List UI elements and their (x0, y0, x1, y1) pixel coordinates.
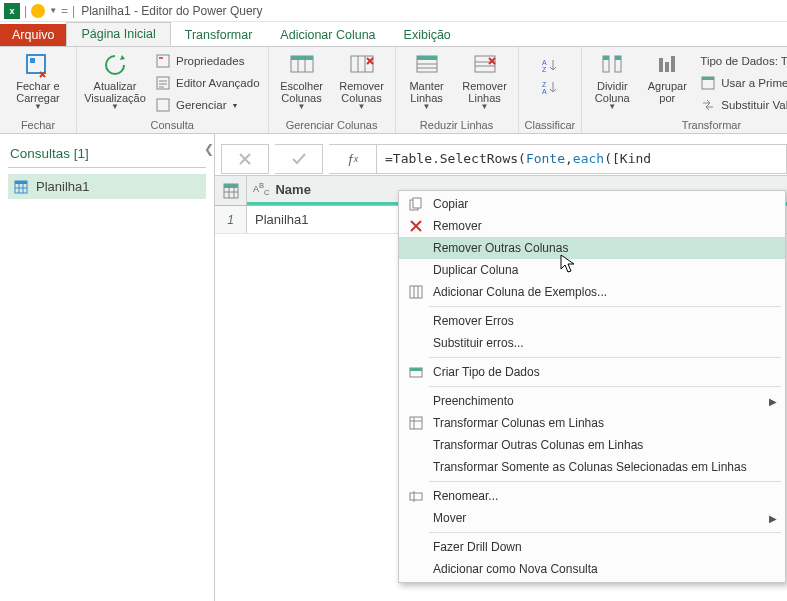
accept-formula-button[interactable] (275, 144, 323, 174)
query-item-label: Planilha1 (36, 179, 90, 194)
svg-rect-20 (659, 58, 663, 72)
svg-rect-24 (702, 77, 714, 80)
svg-rect-11 (475, 56, 495, 72)
svg-rect-31 (410, 286, 422, 298)
cancel-formula-button[interactable] (221, 144, 269, 174)
remove-columns-icon (347, 51, 377, 79)
menu-unpivot-selected-columns[interactable]: Transformar Somente as Colunas Seleciona… (399, 456, 785, 478)
menu-rename[interactable]: Renomear... (399, 485, 785, 507)
first-row-header-button[interactable]: Usar a Primeira Linha (698, 73, 787, 93)
queries-title: Consultas [1] (8, 144, 206, 168)
menu-drill-down[interactable]: Fazer Drill Down (399, 536, 785, 558)
svg-text:Z: Z (542, 81, 547, 88)
sort-desc-button[interactable]: ZA (540, 77, 560, 97)
svg-text:A: A (542, 88, 547, 94)
manage-button[interactable]: Gerenciar ▼ (153, 95, 262, 115)
keep-rows-button[interactable]: Manter Linhas ▼ (402, 49, 452, 110)
svg-rect-1 (30, 58, 35, 63)
advanced-editor-button[interactable]: Editor Avançado (153, 73, 262, 93)
chevron-down-icon: ▼ (298, 105, 306, 110)
svg-rect-10 (417, 56, 437, 60)
remove-rows-button[interactable]: Remover Linhas ▼ (458, 49, 512, 110)
menu-copy[interactable]: Copiar (399, 193, 785, 215)
formula-input[interactable]: = Table.SelectRows ( Fonte , each ([Kind (377, 144, 787, 174)
svg-text:A: A (542, 59, 547, 66)
sort-asc-icon: AZ (542, 57, 558, 73)
menu-unpivot-other-columns[interactable]: Transformar Outras Colunas em Linhas (399, 434, 785, 456)
replace-values-button[interactable]: Substituir Valores (698, 95, 787, 115)
group-reduce-rows: Manter Linhas ▼ Remover Linhas ▼ Reduzir… (396, 47, 519, 133)
menu-add-as-new-query[interactable]: Adicionar como Nova Consulta (399, 558, 785, 580)
query-item[interactable]: Planilha1 (8, 174, 206, 199)
refresh-icon (100, 51, 130, 79)
tab-view[interactable]: Exibição (390, 24, 465, 46)
menu-duplicate-column[interactable]: Duplicar Coluna (399, 259, 785, 281)
close-and-load-button[interactable]: Fechar e Carregar ▼ (6, 49, 70, 110)
menu-replace-errors[interactable]: Substituir erros... (399, 332, 785, 354)
manage-icon (155, 97, 171, 113)
menu-add-column-from-examples[interactable]: Adicionar Coluna de Exemplos... (399, 281, 785, 303)
properties-button[interactable]: Propriedades (153, 51, 262, 71)
collapse-pane-icon[interactable]: ❮ (202, 140, 216, 158)
choose-columns-button[interactable]: Escolher Colunas ▼ (275, 49, 329, 110)
close-load-icon (23, 51, 53, 79)
fx-icon[interactable]: ƒx (329, 144, 377, 174)
remove-columns-button[interactable]: Remover Colunas ▼ (335, 49, 389, 110)
menu-create-data-type[interactable]: Criar Tipo de Dados (399, 361, 785, 383)
split-column-button[interactable]: Dividir Coluna ▼ (588, 49, 636, 110)
properties-icon (155, 53, 171, 69)
svg-rect-30 (413, 198, 421, 208)
group-sort: AZ ZA Classificar (519, 47, 583, 133)
excel-icon: x (4, 3, 20, 19)
chevron-down-icon: ▼ (111, 105, 119, 110)
menu-move[interactable]: Mover▶ (399, 507, 785, 529)
svg-text:Z: Z (542, 66, 547, 72)
svg-rect-35 (410, 493, 422, 500)
editor-icon (155, 75, 171, 91)
chevron-down-icon: ▼ (232, 102, 239, 109)
group-by-button[interactable]: Agrupar por (642, 49, 692, 104)
svg-rect-18 (603, 56, 609, 60)
tab-transform[interactable]: Transformar (171, 24, 267, 46)
rename-icon (405, 488, 427, 504)
chevron-down-icon: ▼ (358, 105, 366, 110)
tab-file[interactable]: Arquivo (0, 24, 66, 46)
keep-rows-icon (412, 51, 442, 79)
svg-rect-2 (157, 55, 169, 67)
menu-fill[interactable]: Preenchimento▶ (399, 390, 785, 412)
menu-unpivot-columns[interactable]: Transformar Colunas em Linhas (399, 412, 785, 434)
add-example-icon (405, 284, 427, 300)
group-by-icon (652, 51, 682, 79)
window-title: Planilha1 - Editor do Power Query (81, 4, 262, 18)
chevron-down-icon: ▼ (481, 105, 489, 110)
chevron-down-icon: ▼ (423, 105, 431, 110)
menu-remove[interactable]: Remover (399, 215, 785, 237)
column-context-menu: Copiar Remover Remover Outras Colunas Du… (398, 190, 786, 583)
svg-rect-3 (159, 57, 163, 59)
grid-corner[interactable] (215, 176, 247, 205)
choose-columns-icon (287, 51, 317, 79)
svg-rect-8 (351, 56, 373, 72)
data-type-button[interactable]: Tipo de Dados: Tabela ▼ (698, 51, 787, 71)
chevron-down-icon: ▼ (34, 105, 42, 110)
svg-rect-19 (615, 56, 621, 60)
svg-rect-22 (671, 56, 675, 72)
svg-rect-26 (15, 181, 27, 184)
replace-icon (700, 97, 716, 113)
submenu-arrow-icon: ▶ (769, 513, 777, 524)
group-transform: Dividir Coluna ▼ Agrupar por Tipo de Dad… (582, 47, 787, 133)
data-type-icon (405, 364, 427, 380)
qat-dropdown-icon[interactable]: ▼ (49, 6, 57, 15)
refresh-preview-button[interactable]: Atualizar Visualização ▼ (83, 49, 147, 110)
tab-home[interactable]: Página Inicial (66, 22, 170, 46)
title-bar: x | ▼ = | Planilha1 - Editor do Power Qu… (0, 0, 787, 22)
group-query: Atualizar Visualização ▼ Propriedades Ed… (77, 47, 269, 133)
svg-rect-7 (291, 56, 313, 60)
sort-asc-button[interactable]: AZ (540, 55, 560, 75)
menu-remove-other-columns[interactable]: Remover Outras Colunas (399, 237, 785, 259)
tab-add-column[interactable]: Adicionar Coluna (266, 24, 389, 46)
split-column-icon (597, 51, 627, 79)
submenu-arrow-icon: ▶ (769, 396, 777, 407)
menu-remove-errors[interactable]: Remover Erros (399, 310, 785, 332)
group-close: Fechar e Carregar ▼ Fechar (0, 47, 77, 133)
